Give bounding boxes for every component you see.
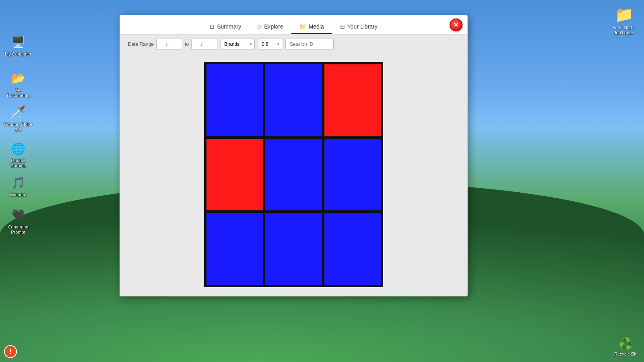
- chrome-label: Google Chrome: [4, 158, 33, 169]
- winamp-label: Winamp: [10, 192, 26, 197]
- to-label: to: [185, 41, 189, 47]
- date-range-filter: Date Range to: [128, 39, 217, 50]
- app-window: ⊡ Summary ◇ Explore 📁 Media ⊟ Your Libra…: [120, 15, 468, 296]
- desktop-icon-counter-strike[interactable]: 🗡️ Counter Strike 1.6: [2, 103, 34, 134]
- chrome-icon: 🌐: [10, 140, 26, 156]
- counter-strike-icon: 🗡️: [10, 104, 26, 120]
- tile-0-2[interactable]: [323, 63, 382, 138]
- tile-2-2[interactable]: [323, 212, 382, 286]
- tab-explore-label: Explore: [264, 23, 283, 30]
- desktop-icon-chrome[interactable]: 🌐 Google Chrome: [2, 139, 34, 170]
- tab-your-library-label: Your Library: [347, 23, 378, 30]
- close-icon: ✕: [454, 22, 458, 28]
- taskbar-notification-icon[interactable]: !: [4, 345, 17, 358]
- tile-grid: [204, 62, 383, 287]
- tab-media[interactable]: 📁 Media: [291, 20, 332, 34]
- tile-1-0[interactable]: [205, 138, 264, 212]
- window-nav: ⊡ Summary ◇ Explore 📁 Media ⊟ Your Libra…: [120, 15, 467, 35]
- tile-0-1[interactable]: [264, 63, 323, 138]
- explore-icon: ◇: [257, 23, 262, 30]
- counter-strike-label: Counter Strike 1.6: [4, 122, 33, 132]
- session-id-input[interactable]: [285, 39, 334, 50]
- media-icon: 📁: [299, 23, 306, 30]
- command-prompt-icon: 🖤: [10, 207, 26, 223]
- score-select-wrapper: 0.6 0.5 0.7 0.8: [258, 39, 282, 50]
- my-computer-label: My Computer: [5, 51, 31, 57]
- library-icon: ⊟: [340, 23, 345, 30]
- tab-your-library[interactable]: ⊟ Your Library: [332, 20, 386, 34]
- date-from-input[interactable]: [156, 39, 182, 50]
- window-content: [120, 54, 467, 296]
- command-prompt-label: Command Prompt: [4, 224, 33, 235]
- desktop: 🖥️ My Computer 📂 My Documents 🗡️ Counter…: [0, 0, 644, 362]
- winamp-icon: 🎵: [10, 175, 26, 191]
- desktop-icon-work-folder[interactable]: 📁 work stuff - don't open: [608, 4, 640, 37]
- tile-1-2[interactable]: [323, 138, 382, 212]
- work-folder-icon: 📁: [615, 6, 634, 23]
- tile-0-0[interactable]: [205, 63, 264, 138]
- filter-bar: Date Range to Brands All Brands Brand A …: [120, 35, 467, 54]
- summary-icon: ⊡: [210, 23, 215, 30]
- tile-1-1[interactable]: [264, 138, 323, 212]
- tab-media-label: Media: [309, 23, 324, 30]
- my-computer-icon: 🖥️: [10, 34, 26, 50]
- desktop-icon-recycle-bin[interactable]: ♻️ Recycle Bin: [612, 334, 640, 358]
- brands-select-wrapper: Brands All Brands Brand A Brand B: [221, 39, 255, 50]
- my-documents-label: My Documents: [4, 88, 33, 98]
- date-to-input[interactable]: [191, 39, 217, 50]
- my-documents-icon: 📂: [10, 70, 26, 86]
- work-folder-label: work stuff - don't open: [609, 25, 638, 35]
- close-button[interactable]: ✕: [450, 19, 462, 31]
- tab-explore[interactable]: ◇ Explore: [249, 20, 291, 34]
- recycle-bin-label: Recycle Bin: [614, 352, 638, 356]
- desktop-icon-my-computer[interactable]: 🖥️ My Computer: [2, 32, 34, 58]
- brands-select[interactable]: Brands All Brands Brand A Brand B: [221, 39, 255, 50]
- tile-2-1[interactable]: [264, 212, 323, 286]
- tab-summary-label: Summary: [217, 23, 241, 30]
- tile-2-0[interactable]: [205, 212, 264, 286]
- nav-tabs: ⊡ Summary ◇ Explore 📁 Media ⊟ Your Libra…: [202, 20, 386, 34]
- score-select[interactable]: 0.6 0.5 0.7 0.8: [258, 39, 282, 50]
- recycle-bin-icon: ♻️: [618, 335, 634, 352]
- tab-summary[interactable]: ⊡ Summary: [202, 20, 249, 34]
- desktop-icon-command-prompt[interactable]: 🖤 Command Prompt: [2, 205, 34, 237]
- desktop-icon-my-documents[interactable]: 📂 My Documents: [2, 68, 34, 100]
- desktop-icon-winamp[interactable]: 🎵 Winamp: [2, 173, 34, 199]
- date-range-label: Date Range: [128, 41, 154, 47]
